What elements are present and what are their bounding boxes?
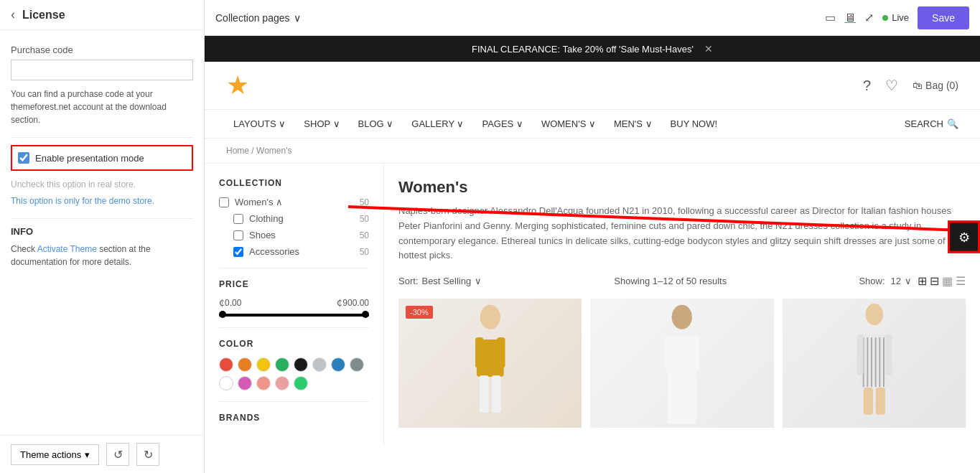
panel-body: Purchase code You can find a purchase co… (0, 30, 204, 435)
nav-mens[interactable]: MEN'S ∨ (607, 110, 660, 138)
theme-actions-button[interactable]: Theme actions ▾ (11, 444, 99, 465)
redo-button[interactable]: ↻ (136, 443, 159, 466)
purchase-code-input[interactable] (11, 60, 193, 80)
filter-womens-checkbox[interactable] (219, 197, 229, 207)
product-card-3[interactable] (783, 299, 966, 428)
breadcrumb-home[interactable]: Home (226, 146, 249, 156)
nav-search[interactable]: SEARCH 🔍 (905, 118, 958, 129)
help-icon[interactable]: ? (863, 78, 871, 94)
product-toolbar: Sort: Best Selling ∨ Showing 1–12 of 50 … (398, 274, 966, 288)
nav-shop[interactable]: SHOP ∨ (297, 110, 347, 138)
svg-rect-5 (492, 375, 501, 413)
nav-gallery[interactable]: GALLERY ∨ (404, 110, 471, 138)
color-salmon[interactable] (275, 376, 289, 390)
top-bar-icons: ▭ 🖥 ⤢ Live Save (825, 6, 969, 29)
nav-layouts[interactable]: LAYOUTS ∨ (226, 110, 293, 138)
price-section-title: PRICE (219, 279, 369, 289)
color-black[interactable] (294, 357, 308, 372)
fullscreen-icon[interactable]: ⤢ (864, 11, 874, 24)
filter-accessories-checkbox[interactable] (233, 247, 243, 257)
divider-1 (11, 137, 193, 138)
filter-clothing-checkbox[interactable] (233, 214, 243, 224)
filter-clothing-label: Clothing (249, 213, 284, 224)
settings-fab-button[interactable]: ⚙ (948, 221, 980, 253)
panel-footer: Theme actions ▾ ↺ ↻ (0, 435, 204, 473)
svg-point-6 (672, 305, 692, 329)
breadcrumb: Home / Women's (205, 139, 980, 164)
announcement-close-icon[interactable]: ✕ (704, 43, 713, 55)
nav-womens[interactable]: WOMEN'S ∨ (534, 110, 603, 138)
list-icon[interactable]: ☰ (956, 274, 966, 288)
undo-button[interactable]: ↺ (106, 443, 129, 466)
bag-icon[interactable]: 🛍 Bag (0) (913, 80, 958, 91)
filter-shoes-checkbox[interactable] (233, 230, 243, 240)
filter-shoes-count: 50 (360, 230, 369, 240)
nav-pages[interactable]: PAGES ∨ (475, 110, 530, 138)
color-yellow[interactable] (256, 357, 271, 372)
live-label: Live (892, 12, 909, 23)
svg-rect-2 (475, 337, 483, 367)
desktop-icon[interactable]: 🖥 (844, 11, 856, 24)
nav-blog[interactable]: BLOG ∨ (351, 110, 401, 138)
svg-rect-8 (664, 336, 672, 370)
svg-point-0 (480, 305, 500, 329)
save-button[interactable]: Save (918, 6, 969, 29)
presentation-mode-checkbox[interactable] (18, 152, 29, 164)
show-label: Show: (859, 276, 885, 286)
panel-title: License (22, 9, 65, 22)
back-button[interactable]: ‹ (11, 7, 15, 22)
bag-label: Bag (0) (925, 80, 958, 91)
filter-sidebar: COLLECTION Women's ∧ 50 Clothing 50 (205, 164, 384, 446)
filter-womens: Women's ∧ 50 (219, 197, 369, 207)
sort-dropdown[interactable]: Sort: Best Selling ∨ (398, 276, 482, 286)
product-card-2[interactable] (590, 299, 773, 428)
color-red[interactable] (219, 357, 233, 372)
wishlist-icon[interactable]: ♡ (885, 77, 898, 94)
store-logo: ★ (226, 70, 249, 100)
panel-header: ‹ License (0, 0, 204, 30)
product-image-3 (783, 299, 966, 428)
color-mint[interactable] (294, 376, 308, 390)
activate-theme-link[interactable]: Activate Theme (37, 244, 97, 254)
product-area: Women's Naples-born designer Alessandro … (384, 164, 980, 446)
color-section-title: COLOR (219, 339, 369, 349)
collection-description: Naples-born designer Alessandro Dell'Acq… (398, 204, 966, 263)
show-count-dropdown[interactable]: 12 ∨ (891, 276, 912, 286)
left-panel: ‹ License Purchase code You can find a p… (0, 0, 205, 473)
filter-divider-1 (219, 268, 369, 268)
price-labels: ₵0.00 ₵900.00 (219, 298, 369, 308)
sort-chevron-icon: ∨ (475, 276, 482, 286)
collection-pages-button[interactable]: Collection pages ∨ (215, 12, 301, 24)
product-figure-1 (463, 302, 518, 424)
filter-clothing-count: 50 (360, 214, 369, 224)
price-slider[interactable] (219, 314, 369, 317)
nav-buynow[interactable]: BUY NOW! (663, 110, 725, 138)
color-white[interactable] (219, 376, 233, 390)
svg-point-10 (865, 304, 883, 325)
product-figure-2 (655, 302, 709, 424)
grid-4-icon[interactable]: ⊞ (918, 274, 927, 288)
product-card-1[interactable]: -30% (398, 299, 582, 428)
color-lightgray[interactable] (312, 357, 327, 372)
color-orange[interactable] (238, 357, 252, 372)
store-content: FINAL CLEARANCE: Take 20% off 'Sale Must… (205, 36, 980, 473)
product-figure-3 (847, 302, 902, 424)
color-darkgray[interactable] (350, 357, 364, 372)
filter-accessories-count: 50 (360, 247, 369, 257)
live-status-dot (882, 15, 888, 21)
color-lightpink[interactable] (256, 376, 271, 390)
store-nav: LAYOUTS ∨ SHOP ∨ BLOG ∨ GALLERY ∨ PAGES … (205, 110, 980, 139)
grid-3-icon[interactable]: ⊟ (930, 274, 939, 288)
color-blue[interactable] (331, 357, 345, 372)
show-chevron-icon: ∨ (905, 276, 912, 286)
svg-rect-18 (857, 335, 863, 376)
tablet-icon[interactable]: ▭ (825, 11, 836, 24)
color-swatches (219, 357, 369, 390)
presentation-mode-hint1: Uncheck this option in real store. (11, 178, 193, 191)
color-pink[interactable] (238, 376, 252, 390)
color-green[interactable] (275, 357, 289, 372)
grid-2-icon[interactable]: ▦ (942, 274, 953, 288)
store-header-icons: ? ♡ 🛍 Bag (0) (863, 77, 958, 94)
filter-womens-count: 50 (360, 197, 369, 207)
filter-shoes: Shoes 50 (219, 230, 369, 240)
